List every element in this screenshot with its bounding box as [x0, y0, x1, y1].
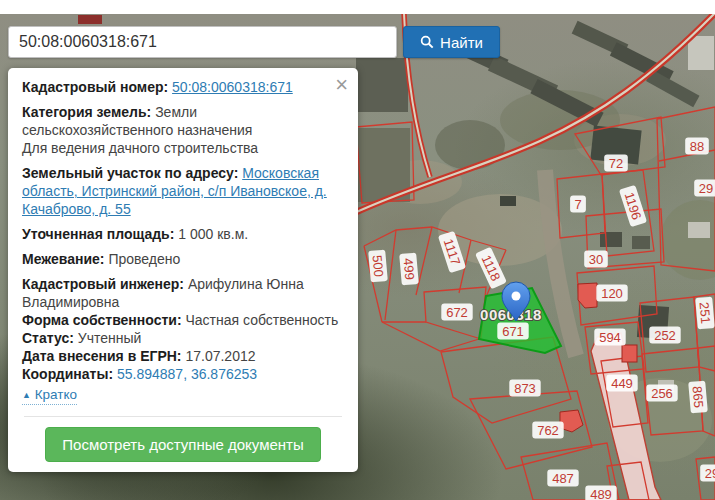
svg-text:252: 252 [654, 328, 676, 343]
parcel-label-256[interactable]: 256 [646, 385, 677, 402]
field-value: Проведено [108, 251, 180, 267]
parcel-label-88[interactable]: 88 [685, 138, 709, 155]
svg-text:873: 873 [514, 381, 536, 396]
parcel-label-762[interactable]: 762 [532, 422, 563, 439]
parcel-info-panel: × Кадастровый номер: 50:08:0060318:671Ка… [8, 68, 358, 472]
field-value: 17.07.2012 [185, 348, 255, 364]
field-value: Частная собственность [185, 312, 338, 328]
parcel-label-672[interactable]: 672 [441, 304, 472, 321]
search-input[interactable] [8, 26, 397, 58]
panel-field: Уточненная площадь: 1 000 кв.м. [22, 225, 344, 243]
parcel-label-487[interactable]: 487 [547, 470, 578, 487]
svg-text:88: 88 [690, 139, 704, 154]
parcel-label-29[interactable]: 29 [700, 465, 715, 482]
divider [24, 416, 342, 417]
svg-text:487: 487 [552, 471, 574, 486]
field-value: 1 000 кв.м. [178, 226, 248, 242]
parcel-label-7[interactable]: 7 [570, 196, 586, 213]
field-value[interactable]: 55.894887, 36.876253 [117, 366, 257, 382]
field-label: Форма собственности: [22, 312, 185, 328]
parcel-label-865[interactable]: 865 [688, 381, 708, 414]
svg-text:762: 762 [537, 423, 559, 438]
svg-text:865: 865 [690, 386, 707, 409]
cadastral-map-app: 0060318 88722971196301205004991117111867… [0, 0, 715, 500]
field-extra: Для ведения дачного строительства [22, 139, 344, 157]
panel-field: Кадастровый номер: 50:08:0060318:671 [22, 78, 344, 96]
svg-text:29: 29 [699, 181, 713, 196]
svg-text:594: 594 [599, 330, 621, 345]
panel-fields: Кадастровый номер: 50:08:0060318:671Кате… [22, 78, 344, 268]
field-label: Категория земель: [22, 104, 155, 120]
parcel-label-1196[interactable]: 1196 [619, 185, 647, 228]
triangle-up-icon: ▲ [22, 390, 31, 400]
parcel-label-489[interactable]: 489 [585, 486, 616, 500]
field-label: Координаты: [22, 366, 117, 382]
svg-text:251: 251 [697, 302, 714, 325]
svg-text:120: 120 [601, 286, 623, 301]
parcel-label-29[interactable]: 29 [694, 180, 715, 197]
panel-field: Межевание: Проведено [22, 250, 344, 268]
panel-field: Форма собственности: Частная собственнос… [22, 311, 344, 329]
panel-field: Кадастровый инженер: Арифулина Юнна Влад… [22, 275, 344, 311]
panel-field: Координаты: 55.894887, 36.876253 [22, 365, 344, 383]
field-label: Кадастровый инженер: [22, 276, 188, 292]
parcel-label-873[interactable]: 873 [509, 380, 540, 397]
svg-text:671: 671 [502, 324, 524, 339]
view-documents-button[interactable]: Посмотреть доступные документы [45, 427, 320, 462]
search-bar: Найти [8, 26, 500, 58]
svg-text:7: 7 [574, 197, 581, 212]
svg-text:29: 29 [705, 466, 715, 481]
field-label: Кадастровый номер: [22, 79, 172, 95]
field-label: Межевание: [22, 251, 108, 267]
field-label: Уточненная площадь: [22, 226, 178, 242]
field-label: Земельный участок по адресу: [22, 165, 242, 181]
panel-field: Земельный участок по адресу: Московская … [22, 164, 344, 218]
field-label: Статус: [22, 330, 78, 346]
panel-field: Статус: Учтенный [22, 329, 344, 347]
parcel-label-252[interactable]: 252 [649, 327, 680, 344]
panel-details: Кадастровый инженер: Арифулина Юнна Влад… [22, 275, 344, 383]
search-button[interactable]: Найти [403, 26, 500, 58]
collapse-label: Кратко [35, 387, 77, 402]
parcel-label-671[interactable]: 671 [497, 323, 528, 340]
field-label: Дата внесения в ЕГРН: [22, 348, 185, 364]
svg-text:672: 672 [446, 305, 468, 320]
svg-text:30: 30 [589, 252, 603, 267]
svg-text:72: 72 [609, 156, 623, 171]
parcel-label-30[interactable]: 30 [584, 251, 608, 268]
field-value: Учтенный [78, 330, 142, 346]
parcel-label-449[interactable]: 449 [606, 375, 637, 392]
panel-field: Категория земель: Земли сельскохозяйстве… [22, 103, 344, 157]
svg-text:500: 500 [370, 255, 387, 278]
search-icon [420, 35, 434, 49]
close-icon[interactable]: × [335, 74, 348, 96]
collapse-link[interactable]: ▲ Кратко [22, 386, 77, 405]
svg-text:449: 449 [611, 376, 633, 391]
svg-text:499: 499 [401, 258, 418, 281]
parcel-label-251[interactable]: 251 [695, 297, 715, 330]
parcel-label-500[interactable]: 500 [368, 250, 388, 283]
parcel-label-120[interactable]: 120 [596, 285, 627, 302]
search-button-label: Найти [440, 34, 483, 51]
parcel-label-499[interactable]: 499 [399, 253, 419, 286]
svg-text:256: 256 [651, 386, 673, 401]
parcel-label-72[interactable]: 72 [604, 155, 628, 172]
field-value[interactable]: 50:08:0060318:671 [172, 79, 293, 95]
svg-text:489: 489 [590, 487, 612, 500]
panel-field: Дата внесения в ЕГРН: 17.07.2012 [22, 347, 344, 365]
parcel-label-594[interactable]: 594 [594, 329, 625, 346]
